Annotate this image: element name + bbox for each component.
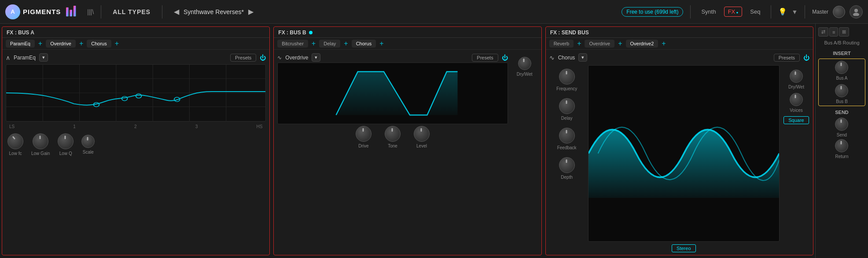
tab-arrows-icon[interactable]: ⇄: [818, 27, 828, 37]
tab-eq-icon[interactable]: ≡: [829, 27, 838, 37]
add-slot-b3-icon[interactable]: +: [378, 40, 385, 48]
depth-knob[interactable]: [559, 157, 575, 173]
fx-bus-a-title: FX : BUS A: [7, 29, 34, 36]
bus-insert-section: Bus A Bus B: [818, 59, 865, 106]
tone-knob[interactable]: [385, 126, 401, 142]
low-fc-knob[interactable]: [7, 133, 23, 149]
delay-label: Delay: [561, 116, 573, 121]
chorus-presets-button[interactable]: Presets: [774, 54, 800, 62]
preset-name: Synthwave Reverses*: [184, 8, 244, 15]
divider-1: [101, 5, 101, 18]
fx-slot-parameq[interactable]: ParamEq: [6, 40, 35, 48]
frequency-knob[interactable]: [559, 69, 575, 85]
divider-3: [690, 5, 691, 18]
low-fc-label: Low fc: [9, 151, 22, 156]
depth-group: Depth: [549, 157, 585, 180]
overdrive-waveform: [277, 63, 508, 124]
overdrive-presets-button[interactable]: Presets: [472, 54, 498, 62]
fx-slot-reverb[interactable]: Reverb: [549, 40, 574, 48]
svg-rect-2: [74, 6, 76, 16]
all-types-button[interactable]: ALL TYPES: [108, 7, 155, 17]
add-slot-s1-icon[interactable]: +: [575, 40, 583, 48]
drive-label: Drive: [358, 144, 368, 148]
add-slot-2-icon[interactable]: +: [77, 40, 85, 48]
bus-a-knob[interactable]: [835, 61, 848, 74]
bus-b-label: Bus B: [836, 99, 848, 104]
send-knob[interactable]: [835, 118, 848, 131]
parameq-presets-button[interactable]: Presets: [230, 54, 256, 62]
return-knob-label: Return: [835, 154, 848, 159]
fx-slot-overdrive-s[interactable]: Overdrive: [585, 40, 614, 48]
brand-name: PIGMENTS: [23, 8, 61, 15]
chorus-waveform: [588, 65, 780, 242]
fx-slot-delay[interactable]: Delay: [319, 40, 340, 48]
low-gain-knob[interactable]: [33, 133, 48, 149]
add-slot-b1-icon[interactable]: +: [310, 40, 317, 48]
synth-nav-button[interactable]: Synth: [698, 7, 719, 17]
drive-knob[interactable]: [356, 126, 371, 142]
dry-wet-knob-b[interactable]: [518, 57, 531, 70]
send-far-right-knobs: Dry/Wet Voices Square: [783, 65, 809, 252]
fx-main: FX : BUS A ParamEq + Overdrive + Chorus …: [0, 24, 868, 258]
divider-4: [771, 5, 771, 18]
overdrive-label: Overdrive: [285, 55, 308, 61]
low-q-knob[interactable]: [58, 133, 74, 149]
svg-rect-1: [70, 10, 73, 16]
add-slot-3-icon[interactable]: +: [113, 40, 121, 48]
delay-group: Delay: [549, 98, 585, 121]
eq-label-1: 1: [73, 124, 76, 129]
user-icon[interactable]: [850, 5, 863, 18]
send-label: SEND: [818, 110, 865, 115]
low-gain-label: Low Gain: [31, 151, 50, 156]
tab-grid-icon[interactable]: ⊞: [839, 27, 849, 37]
chorus-power-icon[interactable]: ⏻: [803, 54, 809, 61]
stereo-button[interactable]: Stereo: [672, 244, 695, 252]
prev-preset-button[interactable]: ◀: [174, 7, 179, 16]
seq-nav-button[interactable]: Seq: [747, 7, 764, 17]
next-preset-button[interactable]: ▶: [248, 7, 254, 16]
feedback-knob[interactable]: [559, 128, 575, 144]
overdrive-top-row: ∿ Overdrive ▾ Presets ⏻: [277, 52, 508, 63]
chorus-wave-icon: ∿: [549, 54, 555, 61]
square-button[interactable]: Square: [783, 116, 809, 124]
low-q-group: Low Q: [58, 133, 74, 156]
dry-wet-label-s: Dry/Wet: [788, 85, 804, 89]
bus-b-right: Dry/Wet: [511, 52, 538, 252]
master-knob[interactable]: [833, 6, 845, 18]
eq-canvas[interactable]: [6, 64, 266, 122]
fx-send-bus-header: FX : SEND BUS: [546, 27, 813, 38]
voices-knob[interactable]: [790, 93, 803, 106]
caret-down-icon[interactable]: ▼: [791, 8, 798, 15]
add-slot-b2-icon[interactable]: +: [342, 40, 349, 48]
add-slot-s2-icon[interactable]: +: [616, 40, 624, 48]
fx-nav-button[interactable]: FX: [724, 7, 743, 17]
scale-knob[interactable]: [81, 135, 95, 148]
add-slot-1-icon[interactable]: +: [37, 40, 44, 48]
fx-slot-chorus-a[interactable]: Chorus: [87, 40, 111, 48]
parameq-power-icon[interactable]: ⏻: [260, 54, 266, 61]
fx-slot-overdrive[interactable]: Overdrive: [46, 40, 76, 48]
delay-knob[interactable]: [559, 98, 575, 114]
bulb-icon[interactable]: 💡: [778, 7, 787, 16]
parameq-dropdown[interactable]: ▾: [39, 53, 48, 62]
overdrive-dropdown[interactable]: ▾: [312, 53, 320, 62]
dry-wet-knob-s[interactable]: [790, 70, 803, 83]
bus-b-knob[interactable]: [835, 84, 848, 97]
chorus-dropdown[interactable]: ▾: [578, 53, 587, 62]
dry-wet-label-b: Dry/Wet: [517, 72, 533, 77]
add-slot-s3-icon[interactable]: +: [660, 40, 667, 48]
fx-slot-chorus-b[interactable]: Chorus: [352, 40, 376, 48]
fx-slot-overdrive-s2[interactable]: Overdrive2: [626, 40, 658, 48]
overdrive-power-icon[interactable]: ⏻: [502, 54, 508, 61]
send-left-knobs: Frequency Delay: [549, 65, 585, 252]
level-knob[interactable]: [414, 126, 430, 142]
eq-label-3: 3: [195, 124, 198, 129]
fx-bus-a-slots: ParamEq + Overdrive + Chorus +: [2, 38, 269, 50]
logo-icon[interactable]: A: [5, 4, 20, 19]
fx-bus-a-header: FX : BUS A: [2, 27, 269, 38]
fx-send-bus-content: ∿ Chorus ▾ Presets ⏻: [546, 50, 813, 255]
fx-slot-bitcrusher[interactable]: Bitcrusher: [277, 40, 308, 48]
return-knob[interactable]: [835, 139, 848, 152]
free-badge[interactable]: Free to use (699d left): [622, 7, 683, 17]
dry-wet-group-b: Dry/Wet: [517, 57, 533, 77]
